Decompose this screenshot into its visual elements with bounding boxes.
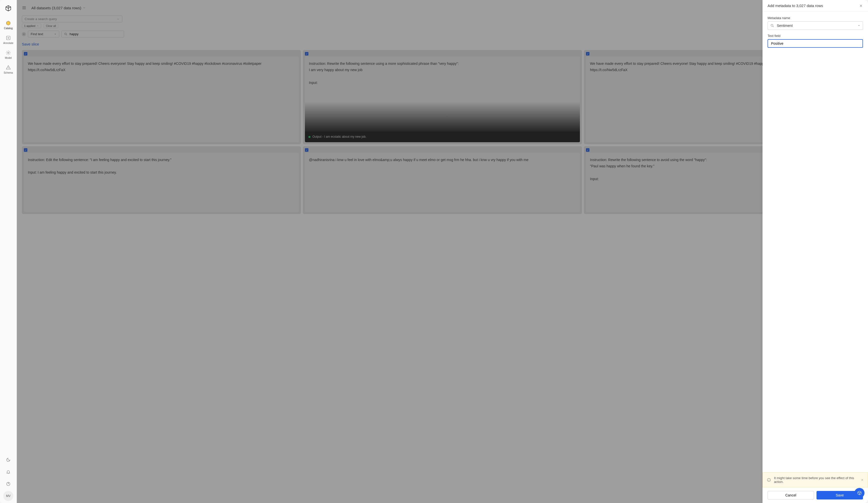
notifications-button[interactable] [3,467,13,477]
metadata-name-label: Metadata name [767,16,863,20]
main-area: All datasets (3,027 data rows) Create a … [17,0,868,503]
cube-icon [857,491,862,495]
user-avatar[interactable]: MV [3,491,13,501]
cancel-label: Cancel [785,493,796,497]
model-icon [6,50,11,55]
text-field-input[interactable] [767,39,863,48]
rail-item-schema[interactable]: Schema [4,65,13,74]
cancel-button[interactable]: Cancel [767,491,814,500]
rail-label: Catalog [4,27,12,30]
drawer-title: Add metadata to 3,027 data rows [767,3,823,8]
annotate-icon [6,35,11,41]
drawer-header: Add metadata to 3,027 data rows [763,0,868,12]
catalog-icon [6,20,11,26]
drawer-close-button[interactable] [859,4,863,8]
info-notice: It might take some time before you see t… [763,472,868,487]
svg-point-5 [771,24,773,27]
metadata-name-value: Sentiment [777,24,855,28]
save-label: Save [836,493,844,497]
caret-down-icon [858,24,860,27]
close-icon [861,479,864,481]
drawer-body: Metadata name Sentiment Text field [763,12,868,472]
help-icon [6,482,11,486]
rail-item-model[interactable]: Model [5,50,12,59]
metadata-drawer: Add metadata to 3,027 data rows Metadata… [763,0,868,503]
moon-icon [6,458,11,462]
rail-item-catalog[interactable]: Catalog [4,20,12,30]
rail-label: Model [5,57,12,59]
text-field-label: Text field [767,34,863,38]
left-rail: Catalog Annotate Model Schema MV [0,0,17,503]
rail-label: Annotate [3,42,13,44]
notice-text: It might take some time before you see t… [774,476,858,484]
theme-toggle[interactable] [3,455,13,465]
fab-button[interactable] [855,488,865,498]
svg-point-1 [8,52,9,53]
bell-icon [6,470,11,474]
rail-label: Schema [4,71,13,74]
modal-overlay[interactable] [17,0,868,503]
metadata-name-select[interactable]: Sentiment [767,21,863,30]
rail-item-annotate[interactable]: Annotate [3,35,13,44]
search-icon [770,24,774,28]
close-icon [859,4,863,8]
info-icon [767,478,771,482]
help-button[interactable] [3,479,13,489]
avatar-initials: MV [6,494,11,498]
notice-close-button[interactable] [861,479,864,481]
app-logo [5,5,12,12]
svg-point-2 [8,68,9,69]
drawer-footer: Cancel Save [763,487,868,503]
schema-icon [6,65,11,70]
